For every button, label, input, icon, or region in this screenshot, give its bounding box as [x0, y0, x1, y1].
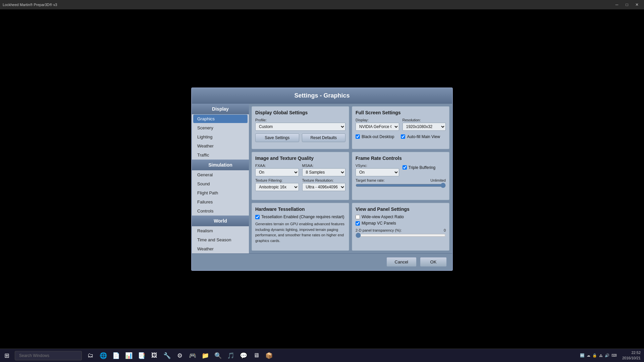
triple-buffering-group: Triple Buffering — [402, 164, 446, 171]
view-panel: View and Panel Settings Wide-view Aspect… — [352, 203, 449, 250]
frame-rate-title: Frame Rate Controls — [356, 156, 446, 161]
fxaa-msaa-row: FXAA: On MSAA: 8 Samples — [255, 164, 345, 176]
resolution-select[interactable]: 1920x1080x32 — [402, 123, 446, 131]
tex-resolution-select[interactable]: Ultra - 4096x4096 — [302, 183, 346, 191]
taskbar-search[interactable] — [15, 351, 82, 360]
fxaa-label: FXAA: — [255, 164, 299, 168]
tessellation-checkbox[interactable] — [255, 215, 260, 219]
target-frame-rate-slider[interactable] — [356, 183, 446, 188]
sidebar-item-lighting[interactable]: Lighting — [192, 132, 249, 141]
sidebar-item-controls[interactable]: Controls — [192, 206, 249, 216]
sidebar-item-flight-path[interactable]: Flight Path — [192, 188, 249, 197]
tray-icon-4: 🖧 — [599, 354, 603, 358]
sidebar: Display Graphics Scenery Lighting Weathe… — [192, 104, 249, 253]
display-field-group: Display: NVIDIA GeForce GTX 1... — [356, 118, 399, 131]
mipmap-checkbox-row: Mipmap VC Panels — [356, 221, 446, 226]
taskbar-icon-app1[interactable]: 🔧 — [162, 350, 172, 361]
tessellation-checkbox-row: Tessellation Enabled (Change requires re… — [255, 215, 345, 219]
transparency-value: 0 — [444, 228, 446, 232]
sidebar-item-realism[interactable]: Realism — [192, 226, 249, 235]
vsync-label: VSync: — [356, 164, 399, 168]
sidebar-item-graphics[interactable]: Graphics — [193, 115, 248, 123]
mipmap-label: Mipmap VC Panels — [362, 221, 396, 226]
taskbar-icon-powerpoint[interactable]: 📑 — [136, 350, 147, 361]
taskbar-icon-app7[interactable]: 💬 — [238, 350, 249, 361]
transparency-label: 2-D panel transparency (%): — [356, 228, 402, 232]
transparency-slider[interactable] — [356, 233, 446, 238]
tray-icon-2: ☁ — [587, 353, 590, 358]
taskbar-icon-app8[interactable]: 🖥 — [251, 350, 262, 361]
start-button[interactable]: ⊞ — [0, 349, 13, 362]
settings-dialog: Settings - Graphics Display Graphics Sce… — [191, 87, 453, 271]
cancel-button[interactable]: Cancel — [386, 257, 417, 267]
msaa-select[interactable]: 8 Samples — [302, 168, 346, 176]
main-content: Display Global Settings Profile: Custom … — [249, 104, 452, 253]
reset-defaults-button[interactable]: Reset Defaults — [302, 133, 346, 142]
blackout-label: Black-out Desktop — [362, 134, 394, 139]
frame-rate-panel: Frame Rate Controls VSync: On Triple Buf… — [352, 152, 449, 200]
taskbar-icon-excel[interactable]: 📊 — [123, 350, 134, 361]
window-controls: ─ □ ✕ — [612, 1, 641, 8]
save-settings-button[interactable]: Save Settings — [255, 133, 299, 142]
tray-icon-6: ⌨ — [611, 353, 617, 358]
sidebar-item-sound[interactable]: Sound — [192, 179, 249, 188]
wide-view-checkbox[interactable] — [356, 215, 360, 219]
sidebar-item-weather-world[interactable]: Weather — [192, 244, 249, 253]
filtering-label: Texture Filtering: — [255, 178, 299, 182]
target-frame-rate-label-row: Target frame rate: Unlimited — [356, 178, 446, 182]
triple-buffering-checkbox[interactable] — [402, 165, 407, 170]
sidebar-item-scenery[interactable]: Scenery — [192, 123, 249, 132]
taskbar-icon-word[interactable]: 📄 — [111, 350, 121, 361]
target-value: Unlimited — [430, 178, 446, 182]
sidebar-item-traffic[interactable]: Traffic — [192, 150, 249, 160]
sidebar-item-general[interactable]: General — [192, 170, 249, 179]
taskbar-icon-app2[interactable]: ⚙ — [174, 350, 185, 361]
hardware-tessellation-title: Hardware Tessellation — [255, 206, 345, 212]
tessellation-description: Generates terrain on GPU enabling advanc… — [255, 221, 345, 243]
target-label: Target frame rate: — [356, 178, 385, 182]
taskbar-icon-app4[interactable]: 📁 — [200, 350, 211, 361]
display-resolution-row: Display: NVIDIA GeForce GTX 1... Resolut… — [356, 118, 446, 131]
sidebar-item-time-season[interactable]: Time and Season — [192, 235, 249, 244]
fxaa-select[interactable]: On — [255, 168, 299, 176]
autofill-checkbox-row: Auto-fill Main View — [401, 134, 440, 139]
profile-select[interactable]: Custom — [255, 123, 345, 131]
vsync-select[interactable]: On — [356, 168, 399, 176]
dialog-footer: Cancel OK — [192, 253, 452, 270]
sidebar-item-failures[interactable]: Failures — [192, 197, 249, 206]
taskbar-icons: 🗂 🌐 📄 📊 📑 🖼 🔧 ⚙ 🎮 📁 🔍 🎵 💬 🖥 📦 — [85, 350, 274, 361]
sidebar-item-weather-display[interactable]: Weather — [192, 141, 249, 150]
transparency-label-row: 2-D panel transparency (%): 0 — [356, 228, 446, 232]
dialog-title: Settings - Graphics — [192, 88, 452, 104]
display-select[interactable]: NVIDIA GeForce GTX 1... — [356, 123, 399, 131]
taskbar-icon-app9[interactable]: 📦 — [264, 350, 274, 361]
restore-button[interactable]: □ — [623, 1, 631, 8]
sys-tray: 🔤 ☁ 🔒 🖧 🔊 ⌨ — [580, 353, 617, 358]
taskbar-icon-app6[interactable]: 🎵 — [225, 350, 236, 361]
checkbox-row: Black-out Desktop Auto-fill Main View — [356, 133, 446, 139]
taskbar-icon-edge[interactable]: 🌐 — [98, 350, 109, 361]
autofill-checkbox[interactable] — [401, 134, 405, 139]
sidebar-world-header: World — [192, 216, 249, 226]
close-button[interactable]: ✕ — [633, 1, 641, 8]
mipmap-checkbox[interactable] — [356, 221, 360, 226]
display-global-panel: Display Global Settings Profile: Custom … — [252, 106, 349, 149]
settings-buttons: Save Settings Reset Defaults — [255, 133, 345, 142]
dialog-body: Display Graphics Scenery Lighting Weathe… — [192, 104, 452, 253]
hardware-tessellation-panel: Hardware Tessellation Tessellation Enabl… — [252, 203, 349, 250]
sidebar-simulation-header: Simulation — [192, 160, 249, 170]
blackout-checkbox[interactable] — [356, 134, 360, 139]
ok-button[interactable]: OK — [420, 257, 447, 267]
taskbar-icon-app3[interactable]: 🎮 — [187, 350, 198, 361]
tray-icon-1: 🔤 — [580, 353, 585, 358]
display-label: Display: — [356, 118, 399, 122]
taskbar-icon-file-explorer[interactable]: 🗂 — [85, 350, 96, 361]
taskbar-icon-app5[interactable]: 🔍 — [213, 350, 223, 361]
vsync-row: VSync: On Triple Buffering — [356, 164, 446, 176]
filtering-select[interactable]: Anisotropic 16x — [255, 183, 299, 191]
full-screen-panel: Full Screen Settings Display: NVIDIA GeF… — [352, 106, 449, 149]
minimize-button[interactable]: ─ — [612, 1, 621, 8]
filtering-group: Texture Filtering: Anisotropic 16x — [255, 178, 299, 191]
taskbar-icon-photoshop[interactable]: 🖼 — [149, 350, 160, 361]
sidebar-display-header: Display — [192, 104, 249, 114]
